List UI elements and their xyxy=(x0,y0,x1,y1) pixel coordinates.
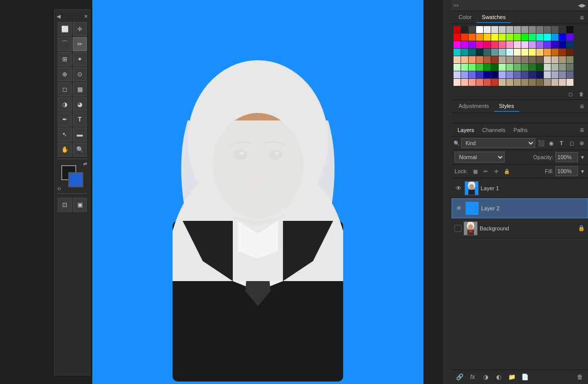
swatch[interactable] xyxy=(559,71,566,78)
tab-adjustments[interactable]: Adjustments xyxy=(454,101,494,112)
layer-2-visibility-icon[interactable]: 👁 xyxy=(455,204,463,212)
swatch[interactable] xyxy=(521,64,528,71)
swatch[interactable] xyxy=(454,64,461,71)
swatch[interactable] xyxy=(506,79,513,86)
swatch-small-icon[interactable]: ◻ xyxy=(566,89,575,98)
tool-zoom[interactable]: 🔍 xyxy=(73,143,87,157)
swatch[interactable] xyxy=(551,41,558,48)
swatch[interactable] xyxy=(521,49,528,56)
swatch[interactable] xyxy=(559,41,566,48)
swatch[interactable] xyxy=(536,34,543,41)
swatch[interactable] xyxy=(469,34,476,41)
opacity-arrow-icon[interactable]: ▼ xyxy=(580,155,585,160)
swatch[interactable] xyxy=(461,26,468,33)
swatch[interactable] xyxy=(551,56,558,63)
swatch[interactable] xyxy=(469,41,476,48)
swatch[interactable] xyxy=(551,34,558,41)
swatch[interactable] xyxy=(514,64,521,71)
color-panel-menu-btn[interactable]: ≡ xyxy=(578,14,586,22)
swatch[interactable] xyxy=(559,64,566,71)
swatch[interactable] xyxy=(476,64,483,71)
swatch[interactable] xyxy=(529,56,536,63)
swatch[interactable] xyxy=(559,34,566,41)
swatch[interactable] xyxy=(514,41,521,48)
toolbar-collapse-right[interactable]: ✕ xyxy=(84,14,88,19)
filter-pixel-icon[interactable]: ⬛ xyxy=(537,139,546,148)
filter-shape-icon[interactable]: ◻ xyxy=(567,139,576,148)
swatch[interactable] xyxy=(536,71,543,78)
swatch[interactable] xyxy=(476,49,483,56)
swatch[interactable] xyxy=(544,34,551,41)
swatch[interactable] xyxy=(536,64,543,71)
swatch[interactable] xyxy=(559,79,566,86)
swatch[interactable] xyxy=(551,79,558,86)
swatch[interactable] xyxy=(551,26,558,33)
swatch[interactable] xyxy=(491,56,498,63)
opacity-input[interactable] xyxy=(555,152,578,162)
color-picker-area[interactable]: ⇄ ⊙ xyxy=(61,165,83,187)
swatch[interactable] xyxy=(544,71,551,78)
swatch[interactable] xyxy=(544,41,551,48)
swatch[interactable] xyxy=(499,34,506,41)
swatch[interactable] xyxy=(484,64,491,71)
swatch[interactable] xyxy=(544,49,551,56)
swatch[interactable] xyxy=(566,64,573,71)
layers-delete-btn[interactable]: 🗑 xyxy=(575,372,585,382)
swatch[interactable] xyxy=(566,71,573,78)
tool-gradient[interactable]: ▦ xyxy=(73,82,87,96)
swatch[interactable] xyxy=(551,49,558,56)
tool-lasso[interactable]: ⌒ xyxy=(58,37,72,51)
swatch[interactable] xyxy=(514,26,521,33)
swatch[interactable] xyxy=(506,41,513,48)
swatch[interactable] xyxy=(514,49,521,56)
swatch[interactable] xyxy=(506,56,513,63)
swatch[interactable] xyxy=(551,64,558,71)
swatch[interactable] xyxy=(499,79,506,86)
swatch[interactable] xyxy=(536,49,543,56)
swatch[interactable] xyxy=(454,41,461,48)
tool-screen-mode[interactable]: ▣ xyxy=(73,198,87,212)
swatch[interactable] xyxy=(476,79,483,86)
swatch[interactable] xyxy=(559,26,566,33)
layer-bg-checkbox[interactable] xyxy=(455,225,462,232)
swatch[interactable] xyxy=(544,56,551,63)
swatch[interactable] xyxy=(506,26,513,33)
swatch[interactable] xyxy=(536,41,543,48)
swatch[interactable] xyxy=(506,64,513,71)
layers-new-btn[interactable]: 📄 xyxy=(520,372,530,382)
layer-item-2[interactable]: 👁 Layer 2 xyxy=(452,198,588,218)
swatch[interactable] xyxy=(454,34,461,41)
swatch[interactable] xyxy=(461,34,468,41)
tool-burn[interactable]: ◕ xyxy=(73,97,87,111)
swatch[interactable] xyxy=(484,79,491,86)
adjustments-panel-menu-btn[interactable]: ≡ xyxy=(578,102,586,110)
tool-pen[interactable]: ✒ xyxy=(58,112,72,126)
layers-fx-btn[interactable]: fx xyxy=(468,372,478,382)
swatch[interactable] xyxy=(476,26,483,33)
layers-mask-btn[interactable]: ◑ xyxy=(481,372,491,382)
filter-smart-icon[interactable]: ⊕ xyxy=(577,139,586,148)
swatch[interactable] xyxy=(499,26,506,33)
toolbar-collapse-left[interactable]: ◀ xyxy=(57,14,61,19)
swatch[interactable] xyxy=(454,71,461,78)
swatch[interactable] xyxy=(476,71,483,78)
tool-rect-shape[interactable]: ▬ xyxy=(73,127,87,142)
layer-item-1[interactable]: 👁 Layer 1 xyxy=(452,178,588,198)
swatch[interactable] xyxy=(491,41,498,48)
layer-1-visibility-icon[interactable]: 👁 xyxy=(455,184,463,192)
tool-quick-mask[interactable]: ⊡ xyxy=(58,198,72,212)
fill-input[interactable] xyxy=(555,166,578,176)
swatch[interactable] xyxy=(506,71,513,78)
swatch[interactable] xyxy=(506,34,513,41)
tool-eraser[interactable]: ◻ xyxy=(58,82,72,96)
tool-dodge[interactable]: ◑ xyxy=(58,97,72,111)
swatch[interactable] xyxy=(559,49,566,56)
swatch[interactable] xyxy=(454,49,461,56)
swatch[interactable] xyxy=(529,41,536,48)
swatch[interactable] xyxy=(544,26,551,33)
swatch[interactable] xyxy=(566,56,573,63)
swatch[interactable] xyxy=(491,71,498,78)
filter-type-icon[interactable]: T xyxy=(557,139,566,148)
tool-crop[interactable]: ⊞ xyxy=(58,52,72,66)
swatch[interactable] xyxy=(491,79,498,86)
